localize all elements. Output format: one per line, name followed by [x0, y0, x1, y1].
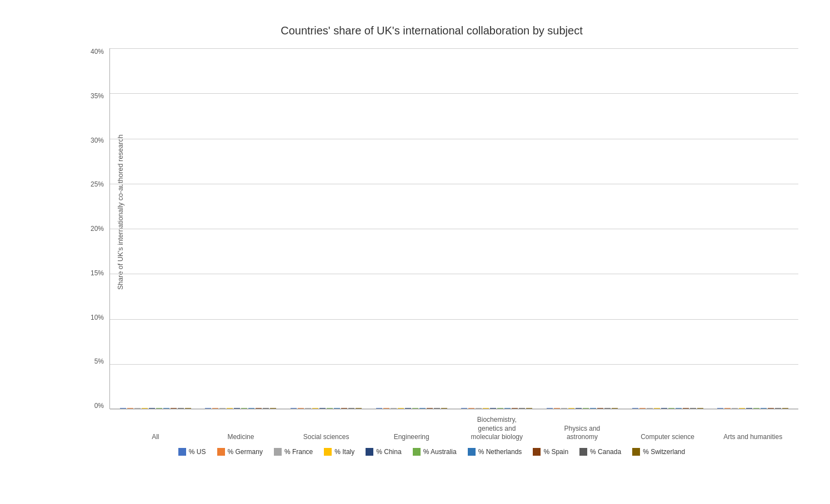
bar-group: Medicine	[198, 408, 284, 409]
bar	[298, 408, 304, 409]
x-label: Biochemistry, genetics and molecular bio…	[461, 416, 533, 442]
bar	[461, 408, 467, 409]
legend-label: % China	[376, 448, 401, 456]
bar	[717, 408, 723, 409]
legend-color-box	[274, 448, 282, 456]
bar	[782, 408, 788, 409]
bar	[134, 408, 141, 409]
bar	[341, 408, 347, 409]
bar	[697, 408, 703, 409]
legend-label: % Italy	[334, 448, 354, 456]
bar	[383, 408, 389, 409]
bar	[647, 408, 653, 409]
bar	[376, 408, 382, 409]
legend-label: % Canada	[590, 448, 621, 456]
bar	[732, 408, 738, 409]
bar	[256, 408, 262, 409]
bar-group: Biochemistry, genetics and molecular bio…	[454, 408, 540, 409]
bar	[405, 408, 411, 409]
chart-area: AllMedicineSocial sciencesEngineeringBio…	[109, 48, 798, 409]
y-label-10: 10%	[82, 314, 104, 321]
bar	[398, 408, 404, 409]
legend-color-box	[413, 448, 421, 456]
bar	[263, 408, 269, 409]
bar	[241, 408, 247, 409]
chart-title: Countries' share of UK's international c…	[65, 24, 798, 37]
legend-item: % Switzerland	[632, 448, 685, 456]
bar-group: Computer science	[625, 408, 711, 409]
bar	[178, 408, 184, 409]
bar	[234, 408, 240, 409]
x-label: Computer science	[632, 433, 704, 442]
bar	[163, 408, 169, 409]
y-label-20: 20%	[82, 225, 104, 232]
bar	[654, 408, 660, 409]
bar-group: All	[113, 408, 198, 409]
bar	[612, 408, 618, 409]
bar	[568, 408, 574, 409]
legend-item: % Netherlands	[468, 448, 522, 456]
legend-item: % Germany	[217, 448, 263, 456]
legend-color-box	[579, 448, 587, 456]
bar	[761, 408, 767, 409]
bar	[775, 408, 781, 409]
bar	[468, 408, 474, 409]
bar	[554, 408, 560, 409]
bar	[312, 408, 318, 409]
bar	[512, 408, 518, 409]
legend-color-box	[217, 448, 225, 456]
bar	[476, 408, 482, 409]
bar	[327, 408, 333, 409]
bar	[171, 408, 177, 409]
bar	[504, 408, 511, 409]
legend-color-box	[632, 448, 640, 456]
bar-group: Physics and astronomy	[539, 408, 625, 409]
legend-label: % US	[189, 448, 206, 456]
legend-item: % US	[178, 448, 206, 456]
bar	[205, 408, 211, 409]
x-label: Medicine	[204, 433, 277, 442]
bar	[434, 408, 440, 409]
bar	[319, 408, 326, 409]
x-label: Physics and astronomy	[546, 425, 618, 442]
legend-item: % Italy	[324, 448, 354, 456]
legend-label: % Germany	[228, 448, 263, 456]
x-label: Engineering	[376, 433, 448, 442]
bar	[305, 408, 311, 409]
bar	[739, 408, 745, 409]
bar-group: Arts and humanities	[710, 408, 796, 409]
bar	[561, 408, 567, 409]
bar	[746, 408, 752, 409]
bar	[661, 408, 667, 409]
bar	[547, 408, 553, 409]
legend-color-box	[178, 448, 186, 456]
bar	[597, 408, 603, 409]
legend-color-box	[533, 448, 541, 456]
legend: % US% Germany% France% Italy% China% Aus…	[65, 448, 798, 456]
bar	[668, 408, 674, 409]
bar	[270, 408, 276, 409]
y-label-5: 5%	[82, 358, 104, 365]
bar	[348, 408, 354, 409]
legend-color-box	[366, 448, 373, 456]
y-label-15: 15%	[82, 270, 104, 276]
bar-group: Social sciences	[283, 408, 369, 409]
chart-container: Countries' share of UK's international c…	[15, 13, 815, 491]
bar	[519, 408, 525, 409]
legend-color-box	[324, 448, 332, 456]
bar	[127, 408, 133, 409]
bar	[391, 408, 397, 409]
bar	[497, 408, 503, 409]
bar	[427, 408, 433, 409]
bar	[753, 408, 759, 409]
bar	[219, 408, 226, 409]
bar	[334, 408, 340, 409]
y-label-0: 0%	[82, 402, 104, 409]
bar	[185, 408, 191, 409]
bar	[483, 408, 489, 409]
x-label: Social sciences	[290, 433, 362, 442]
bar	[490, 408, 496, 409]
legend-label: % Switzerland	[643, 448, 685, 456]
legend-item: % China	[366, 448, 401, 456]
legend-item: % France	[274, 448, 313, 456]
